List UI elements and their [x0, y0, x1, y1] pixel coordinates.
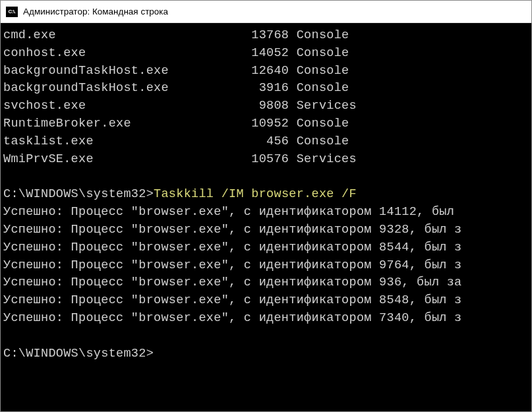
cmd-icon: C:\. — [6, 7, 18, 17]
kill-result-line: Успешно: Процесс "browser.exe", с иденти… — [3, 204, 529, 221]
process-row: tasklist.exe 456 Console — [3, 133, 529, 151]
terminal-output[interactable]: cmd.exe 13768 Consoleconhost.exe 14052 C… — [1, 23, 531, 411]
process-row: WmiPrvSE.exe 10576 Services — [3, 151, 529, 169]
process-row: backgroundTaskHost.exe 3916 Console — [3, 80, 529, 98]
window-title: Администратор: Командная строка — [23, 7, 168, 16]
prompt-path: C:\WINDOWS\system32> — [3, 187, 154, 201]
command-line: C:\WINDOWS\system32>Taskkill /IM browser… — [3, 186, 529, 204]
blank-line — [3, 169, 529, 187]
process-row: RuntimeBroker.exe 10952 Console — [3, 115, 529, 133]
process-row: backgroundTaskHost.exe 12640 Console — [3, 63, 529, 80]
prompt-line: C:\WINDOWS\system32> — [3, 345, 529, 363]
kill-result-line: Успешно: Процесс "browser.exe", с иденти… — [3, 239, 529, 257]
kill-result-line: Успешно: Процесс "browser.exe", с иденти… — [3, 310, 529, 328]
command-text: Taskkill /IM browser.exe /F — [154, 187, 357, 201]
process-row: svchost.exe 9808 Services — [3, 98, 529, 115]
process-row: conhost.exe 14052 Console — [3, 45, 529, 63]
titlebar[interactable]: C:\. Администратор: Командная строка — [1, 1, 531, 23]
kill-result-line: Успешно: Процесс "browser.exe", с иденти… — [3, 221, 529, 239]
blank-line — [3, 328, 529, 345]
prompt-path: C:\WINDOWS\system32> — [3, 347, 154, 361]
kill-result-line: Успешно: Процесс "browser.exe", с иденти… — [3, 292, 529, 310]
cmd-window: C:\. Администратор: Командная строка cmd… — [0, 0, 532, 412]
kill-result-line: Успешно: Процесс "browser.exe", с иденти… — [3, 257, 529, 275]
kill-result-line: Успешно: Процесс "browser.exe", с иденти… — [3, 274, 529, 292]
process-row: cmd.exe 13768 Console — [3, 27, 529, 45]
